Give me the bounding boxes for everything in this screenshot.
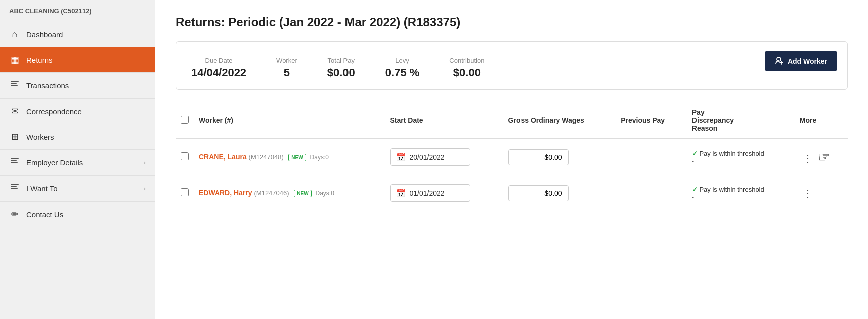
- calendar-icon: 📅: [396, 152, 406, 162]
- new-badge: NEW: [294, 190, 311, 197]
- start-date-value: 01/01/2022: [410, 189, 445, 197]
- workers-icon: ⊞: [9, 131, 20, 142]
- sidebar-item-returns[interactable]: ▦ Returns: [0, 47, 155, 73]
- threshold-text: Pay is within threshold: [699, 186, 764, 193]
- sidebar-item-label: I Want To: [26, 184, 58, 193]
- row-checkbox[interactable]: [181, 152, 189, 160]
- threshold-dash: -: [692, 157, 694, 165]
- row-checkbox-cell: [176, 139, 194, 175]
- cursor-pointer-icon: ☞: [818, 149, 830, 165]
- sidebar-item-employer-details[interactable]: Employer Details ›: [0, 150, 155, 176]
- sidebar-item-label: Workers: [26, 133, 54, 141]
- more-button[interactable]: ⋮: [800, 151, 816, 165]
- column-gross-wages: Gross Ordinary Wages: [503, 102, 616, 139]
- calendar-icon: 📅: [396, 188, 406, 198]
- summary-stats: Due Date 14/04/2022 Worker 5 Total Pay $…: [191, 57, 832, 79]
- worker-value: 5: [284, 66, 290, 79]
- worker-name[interactable]: EDWARD, Harry: [199, 189, 252, 197]
- threshold-dash-row: -: [692, 193, 790, 201]
- previous-pay-cell: [616, 175, 687, 211]
- start-date-value: 20/01/2022: [410, 153, 445, 161]
- sidebar-item-transactions[interactable]: Transactions: [0, 73, 155, 99]
- threshold-dash: -: [692, 193, 694, 201]
- due-date-value: 14/04/2022: [191, 66, 246, 79]
- threshold-status: ✓ Pay is within threshold: [692, 150, 790, 157]
- start-date-cell: 📅 01/01/2022: [385, 175, 503, 211]
- chevron-right-icon: ›: [144, 159, 146, 166]
- transactions-icon: [9, 80, 20, 91]
- chevron-right-icon: ›: [144, 185, 146, 192]
- svg-rect-7: [11, 186, 17, 187]
- column-pay-discrepancy: PayDiscrepancyReason: [687, 102, 795, 139]
- sidebar-item-label: Contact Us: [26, 210, 63, 219]
- row-checkbox[interactable]: [181, 188, 189, 196]
- svg-rect-4: [11, 160, 17, 161]
- pay-discrepancy-cell: ✓ Pay is within threshold -: [687, 175, 795, 211]
- more-button[interactable]: ⋮: [800, 186, 816, 200]
- gross-wages-field[interactable]: $0.00: [508, 185, 569, 201]
- gross-wages-cell: $0.00: [503, 175, 616, 211]
- worker-name[interactable]: CRANE, Laura: [199, 153, 247, 161]
- threshold-dash-row: -: [692, 157, 790, 165]
- levy-label: Levy: [395, 57, 409, 64]
- gross-wages-value: $0.00: [545, 153, 562, 161]
- svg-rect-6: [11, 184, 19, 185]
- new-badge: NEW: [288, 154, 306, 161]
- days-label: Days:0: [315, 190, 334, 197]
- due-date-stat: Due Date 14/04/2022: [191, 57, 246, 79]
- workers-table: Worker (#) Start Date Gross Ordinary Wag…: [176, 102, 848, 211]
- column-more: More: [795, 102, 848, 139]
- svg-rect-8: [11, 188, 18, 189]
- sidebar-item-i-want-to[interactable]: I Want To ›: [0, 176, 155, 202]
- sidebar-item-label: Returns: [26, 56, 53, 64]
- svg-rect-2: [11, 85, 18, 86]
- sidebar: ABC CLEANING (C502112) ⌂ Dashboard ▦ Ret…: [0, 0, 155, 319]
- sidebar-item-label: Correspondence: [26, 107, 82, 116]
- sidebar-item-label: Dashboard: [26, 30, 63, 39]
- select-all-header: [176, 102, 194, 139]
- more-cell: ⋮ ☞: [795, 139, 848, 175]
- add-worker-icon: [775, 56, 784, 66]
- worker-label: Worker: [276, 57, 297, 64]
- table-header: Worker (#) Start Date Gross Ordinary Wag…: [176, 102, 848, 139]
- select-all-checkbox[interactable]: [181, 116, 189, 124]
- threshold-check-icon: ✓: [692, 150, 698, 157]
- sidebar-item-contact-us[interactable]: ✏ Contact Us: [0, 202, 155, 227]
- contribution-stat: Contribution $0.00: [449, 57, 484, 79]
- days-label: Days:0: [310, 154, 329, 161]
- add-worker-button[interactable]: Add Worker: [765, 51, 837, 71]
- svg-rect-1: [11, 83, 17, 84]
- column-previous-pay: Previous Pay: [616, 102, 687, 139]
- start-date-field[interactable]: 📅 01/01/2022: [390, 184, 470, 202]
- contribution-label: Contribution: [449, 57, 484, 64]
- sidebar-item-workers[interactable]: ⊞ Workers: [0, 124, 155, 150]
- svg-rect-3: [11, 158, 19, 159]
- previous-pay-cell: [616, 139, 687, 175]
- more-cell: ⋮: [795, 175, 848, 211]
- pay-discrepancy-cell: ✓ Pay is within threshold -: [687, 139, 795, 175]
- column-start-date: Start Date: [385, 102, 503, 139]
- page-title: Returns: Periodic (Jan 2022 - Mar 2022) …: [176, 15, 848, 29]
- levy-stat: Levy 0.75 %: [385, 57, 420, 79]
- worker-name-cell: EDWARD, Harry (M1247046) NEW Days:0: [194, 175, 385, 211]
- i-want-to-icon: [9, 183, 20, 194]
- due-date-label: Due Date: [205, 57, 233, 64]
- threshold-status: ✓ Pay is within threshold: [692, 186, 790, 193]
- worker-id: (M1247046): [254, 189, 291, 197]
- company-name: ABC CLEANING (C502112): [0, 0, 155, 22]
- threshold-text: Pay is within threshold: [699, 150, 764, 157]
- add-worker-label: Add Worker: [788, 57, 827, 65]
- worker-stat: Worker 5: [276, 57, 297, 79]
- start-date-cell: 📅 20/01/2022: [385, 139, 503, 175]
- contact-us-icon: ✏: [9, 209, 20, 220]
- gross-wages-field[interactable]: $0.00: [508, 149, 569, 165]
- total-pay-label: Total Pay: [328, 57, 355, 64]
- summary-card: Add Worker Due Date 14/04/2022 Worker 5 …: [176, 41, 848, 90]
- sidebar-item-correspondence[interactable]: ✉ Correspondence: [0, 99, 155, 124]
- gross-wages-cell: $0.00: [503, 139, 616, 175]
- employer-details-icon: [9, 157, 20, 168]
- sidebar-item-label: Transactions: [26, 81, 69, 90]
- start-date-field[interactable]: 📅 20/01/2022: [390, 148, 470, 166]
- sidebar-item-dashboard[interactable]: ⌂ Dashboard: [0, 22, 155, 47]
- table-row: CRANE, Laura (M1247048) NEW Days:0 📅 20/…: [176, 139, 848, 175]
